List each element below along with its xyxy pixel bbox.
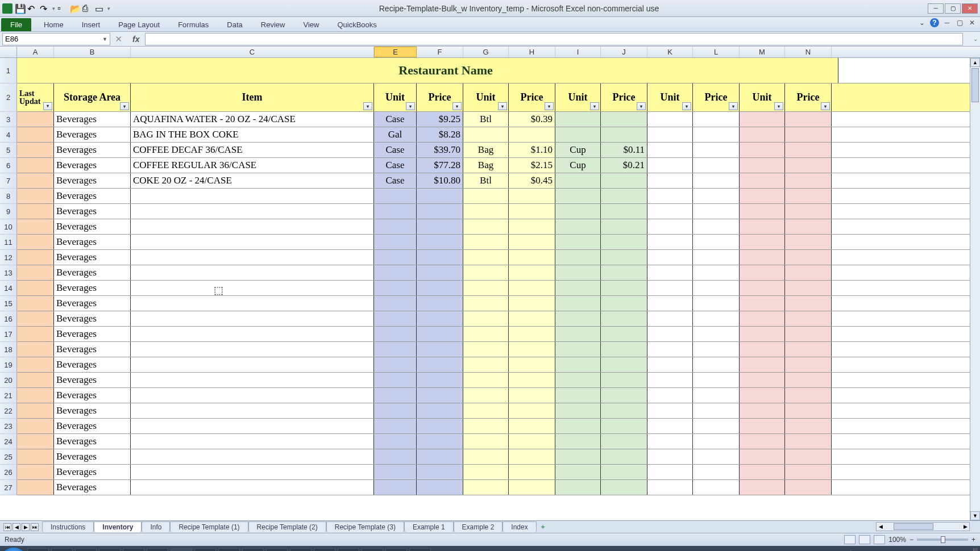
row-header[interactable]: 17 — [0, 327, 17, 342]
cell-unit2[interactable] — [463, 419, 509, 433]
row-header[interactable]: 15 — [0, 296, 17, 311]
cell-unit3[interactable] — [555, 127, 601, 142]
header-unit[interactable]: Unit▾ — [740, 84, 785, 111]
cell-unit3[interactable] — [555, 403, 601, 418]
cell-storage-area[interactable]: Beverages — [54, 265, 131, 280]
cell-price5[interactable] — [785, 357, 832, 372]
open-icon[interactable]: 📂 — [70, 3, 80, 14]
cell-unit2[interactable] — [463, 250, 509, 265]
sheet-first-icon[interactable]: ⏮ — [3, 523, 11, 531]
cell-price5[interactable] — [785, 419, 832, 433]
cell-unit2[interactable] — [463, 373, 509, 387]
cell-price2[interactable] — [509, 204, 555, 219]
row-header[interactable]: 3 — [0, 112, 17, 127]
cell-storage-area[interactable]: Beverages — [54, 419, 131, 433]
col-header-N[interactable]: N — [785, 47, 832, 57]
sheet-tab-inventory[interactable]: Inventory — [94, 521, 142, 532]
taskbar-chrome-icon[interactable]: 🌐 — [266, 548, 288, 552]
fx-label[interactable]: fx — [132, 35, 139, 44]
cell-price2[interactable] — [509, 219, 555, 234]
cell-storage-area[interactable]: Beverages — [54, 204, 131, 219]
cell-unit2[interactable]: Btl — [463, 173, 509, 188]
cell-item[interactable] — [131, 403, 374, 418]
cell-unit3[interactable] — [555, 342, 601, 357]
cell-unit5[interactable] — [740, 265, 785, 280]
cell[interactable] — [832, 403, 975, 418]
cell-price5[interactable] — [785, 434, 832, 449]
cell-unit4[interactable] — [647, 419, 693, 433]
cell-unit4[interactable] — [647, 449, 693, 464]
cell[interactable] — [832, 296, 975, 311]
cell-price1[interactable]: $39.70 — [417, 143, 463, 157]
maximize-button[interactable]: ▢ — [945, 3, 961, 14]
cell-item[interactable] — [131, 449, 374, 464]
header-unit[interactable]: Unit▾ — [555, 84, 601, 111]
cell-price2[interactable] — [509, 327, 555, 341]
row-header[interactable]: 27 — [0, 480, 17, 495]
cell-price1[interactable] — [417, 373, 463, 387]
chevron-down-icon[interactable]: ▼ — [102, 36, 107, 42]
cell-last-update[interactable] — [17, 143, 54, 157]
cell-price4[interactable] — [693, 434, 740, 449]
cell-storage-area[interactable]: Beverages — [54, 311, 131, 326]
cell-price4[interactable] — [693, 127, 740, 142]
row-header[interactable]: 9 — [0, 204, 17, 219]
cell-price2[interactable] — [509, 449, 555, 464]
cell-price4[interactable] — [693, 281, 740, 295]
cell-storage-area[interactable]: Beverages — [54, 112, 131, 127]
cell-unit5[interactable] — [740, 373, 785, 387]
cell-price4[interactable] — [693, 419, 740, 433]
cell-unit1[interactable]: Case — [374, 158, 417, 173]
sheet-tab-info[interactable]: Info — [142, 521, 170, 532]
tab-insert[interactable]: Insert — [73, 18, 110, 31]
cell-price1[interactable] — [417, 434, 463, 449]
taskbar-app-icon[interactable]: ▱ — [123, 548, 144, 552]
cell-unit5[interactable] — [740, 403, 785, 418]
cell-storage-area[interactable]: Beverages — [54, 373, 131, 387]
doc-icon[interactable]: ▭ — [95, 3, 105, 14]
ribbon-chevron-icon[interactable]: ⌄ — [917, 18, 927, 27]
minimize-button[interactable]: ─ — [928, 3, 944, 14]
cell-price3[interactable] — [601, 250, 647, 265]
cell-unit4[interactable] — [647, 373, 693, 387]
tab-review[interactable]: Review — [252, 18, 294, 31]
scroll-left-icon[interactable]: ◀ — [877, 523, 885, 531]
cell-item[interactable] — [131, 342, 374, 357]
cell-unit4[interactable] — [647, 235, 693, 249]
cell-price4[interactable] — [693, 357, 740, 372]
cell-item[interactable]: COFFEE DECAF 36/CASE — [131, 143, 374, 157]
cell-last-update[interactable] — [17, 480, 54, 495]
header-price[interactable]: Price▾ — [693, 84, 740, 111]
scroll-up-icon[interactable]: ▲ — [970, 58, 980, 67]
cell-unit4[interactable] — [647, 434, 693, 449]
cell[interactable] — [832, 373, 975, 387]
cell-item[interactable] — [131, 281, 374, 295]
cell-price4[interactable] — [693, 173, 740, 188]
cell-price2[interactable] — [509, 189, 555, 203]
cell-price2[interactable] — [509, 311, 555, 326]
cell-unit3[interactable] — [555, 281, 601, 295]
formula-expand-icon[interactable]: ⌄ — [973, 36, 978, 42]
cell-unit3[interactable] — [555, 235, 601, 249]
cell-unit3[interactable] — [555, 189, 601, 203]
cell-unit1[interactable] — [374, 296, 417, 311]
cell-price5[interactable] — [785, 403, 832, 418]
cell-unit5[interactable] — [740, 342, 785, 357]
sheet-tab-recipe-template-2-[interactable]: Recipe Template (2) — [248, 521, 326, 532]
cell-item[interactable]: COKE 20 OZ - 24/CASE — [131, 173, 374, 188]
cell-price2[interactable] — [509, 465, 555, 479]
sheet-tab-example-2[interactable]: Example 2 — [454, 521, 503, 532]
cell-unit1[interactable] — [374, 204, 417, 219]
row-header[interactable]: 12 — [0, 250, 17, 265]
cell-price1[interactable] — [417, 419, 463, 433]
cell-storage-area[interactable]: Beverages — [54, 388, 131, 403]
cell-unit4[interactable] — [647, 480, 693, 495]
cell-storage-area[interactable]: Beverages — [54, 158, 131, 173]
cell-unit4[interactable] — [647, 281, 693, 295]
taskbar-excel-icon[interactable]: X — [171, 548, 192, 552]
cell-price3[interactable] — [601, 327, 647, 341]
cell-price5[interactable] — [785, 388, 832, 403]
col-header-A[interactable]: A — [17, 47, 54, 57]
cell-unit1[interactable] — [374, 235, 417, 249]
cell-unit3[interactable] — [555, 465, 601, 479]
